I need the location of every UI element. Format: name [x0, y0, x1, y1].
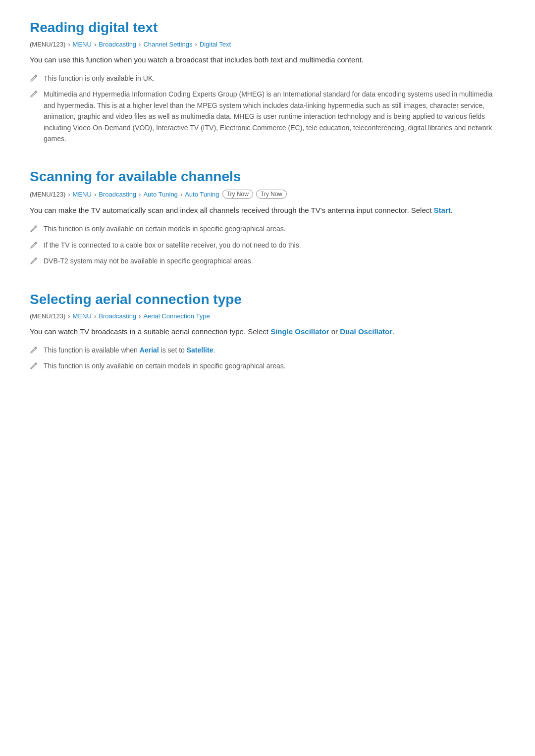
pencil-icon	[30, 361, 39, 371]
note-text-geo: This function is only available on certa…	[44, 223, 286, 234]
breadcrumb-sep4: ›	[180, 191, 182, 198]
scanning-intro-period: .	[451, 206, 453, 214]
aerial-intro-or: or	[329, 327, 340, 336]
satellite-link[interactable]: Satellite	[187, 346, 214, 354]
pencil-icon	[30, 224, 39, 234]
reading-notes: This function is only available in UK. M…	[30, 73, 505, 144]
breadcrumb-broadcasting-aerial[interactable]: Broadcasting	[99, 312, 136, 320]
breadcrumb-menu-aerial[interactable]: MENU	[73, 312, 92, 320]
pencil-icon	[30, 345, 39, 355]
pencil-icon	[30, 89, 39, 99]
dual-oscillator-link[interactable]: Dual Oscillator	[340, 327, 392, 336]
note-item: DVB-T2 system may not be available in sp…	[30, 255, 505, 266]
note-text-mheg: Multimedia and Hypermedia Information Co…	[44, 89, 505, 144]
start-link[interactable]: Start	[434, 206, 451, 214]
breadcrumb-scanning: (MENU/123) › MENU › Broadcasting › Auto …	[30, 190, 505, 199]
breadcrumb-sep3: ›	[139, 312, 141, 320]
scanning-intro: You can make the TV automatically scan a…	[30, 204, 505, 216]
breadcrumb-auto-tuning[interactable]: Auto Tuning	[143, 191, 177, 198]
breadcrumb-broadcasting[interactable]: Broadcasting	[99, 41, 136, 48]
breadcrumb-menu123: (MENU/123)	[30, 41, 65, 48]
note-item: This function is only available on certa…	[30, 360, 505, 371]
note-text-aerial-satellite: This function is available when Aerial i…	[44, 345, 215, 355]
pencil-icon	[30, 240, 39, 250]
aerial-notes: This function is available when Aerial i…	[30, 345, 505, 372]
section-title-aerial: Selecting aerial connection type	[30, 292, 505, 307]
try-now-badge-1[interactable]: Try Now	[222, 190, 253, 199]
breadcrumb-aerial-connection[interactable]: Aerial Connection Type	[143, 312, 210, 320]
note-item: This function is only available on certa…	[30, 223, 505, 234]
pencil-icon	[30, 73, 39, 83]
note-text-dvbt2: DVB-T2 system may not be available in sp…	[44, 255, 253, 266]
breadcrumb-sep2: ›	[94, 312, 96, 320]
breadcrumb-menu123-scan: (MENU/123)	[30, 191, 65, 198]
note-item: If the TV is connected to a cable box or…	[30, 240, 505, 251]
breadcrumb-channel-settings[interactable]: Channel Settings	[143, 41, 192, 48]
section-scanning: Scanning for available channels (MENU/12…	[30, 169, 505, 266]
breadcrumb-sep2: ›	[94, 41, 96, 48]
breadcrumb-sep4: ›	[195, 41, 197, 48]
breadcrumb-digital-text[interactable]: Digital Text	[200, 41, 231, 48]
try-now-badge-2[interactable]: Try Now	[256, 190, 287, 199]
section-aerial: Selecting aerial connection type (MENU/1…	[30, 292, 505, 372]
breadcrumb-menu[interactable]: MENU	[73, 41, 92, 48]
breadcrumb-menu-scan[interactable]: MENU	[73, 191, 92, 198]
reading-intro: You can use this function when you watch…	[30, 54, 505, 66]
scanning-notes: This function is only available on certa…	[30, 223, 505, 266]
breadcrumb-sep2: ›	[94, 191, 96, 198]
scanning-intro-text: You can make the TV automatically scan a…	[30, 206, 434, 214]
breadcrumb-sep1: ›	[68, 41, 70, 48]
aerial-intro-period: .	[392, 327, 394, 336]
breadcrumb-sep1: ›	[68, 191, 70, 198]
breadcrumb-aerial: (MENU/123) › MENU › Broadcasting › Aeria…	[30, 312, 505, 320]
note-item: Multimedia and Hypermedia Information Co…	[30, 89, 505, 144]
breadcrumb-sep3: ›	[139, 191, 141, 198]
pencil-icon	[30, 256, 39, 266]
breadcrumb-auto-tuning2[interactable]: Auto Tuning	[185, 191, 219, 198]
breadcrumb-broadcasting-scan[interactable]: Broadcasting	[99, 191, 136, 198]
note-text-uk: This function is only available in UK.	[44, 73, 155, 84]
aerial-link[interactable]: Aerial	[140, 346, 159, 354]
note-text-aerial-geo: This function is only available on certa…	[44, 360, 286, 371]
single-oscillator-link[interactable]: Single Oscillator	[270, 327, 329, 336]
note-text-cable: If the TV is connected to a cable box or…	[44, 240, 301, 251]
aerial-intro-text1: You can watch TV broadcasts in a suitabl…	[30, 327, 270, 336]
section-reading-digital-text: Reading digital text (MENU/123) › MENU ›…	[30, 20, 505, 144]
breadcrumb-reading: (MENU/123) › MENU › Broadcasting › Chann…	[30, 41, 505, 48]
aerial-intro: You can watch TV broadcasts in a suitabl…	[30, 326, 505, 338]
section-title-reading: Reading digital text	[30, 20, 505, 36]
breadcrumb-menu123-aerial: (MENU/123)	[30, 312, 65, 320]
section-title-scanning: Scanning for available channels	[30, 169, 505, 185]
note-item: This function is available when Aerial i…	[30, 345, 505, 355]
note-item: This function is only available in UK.	[30, 73, 505, 84]
breadcrumb-sep1: ›	[68, 312, 70, 320]
breadcrumb-sep3: ›	[139, 41, 141, 48]
